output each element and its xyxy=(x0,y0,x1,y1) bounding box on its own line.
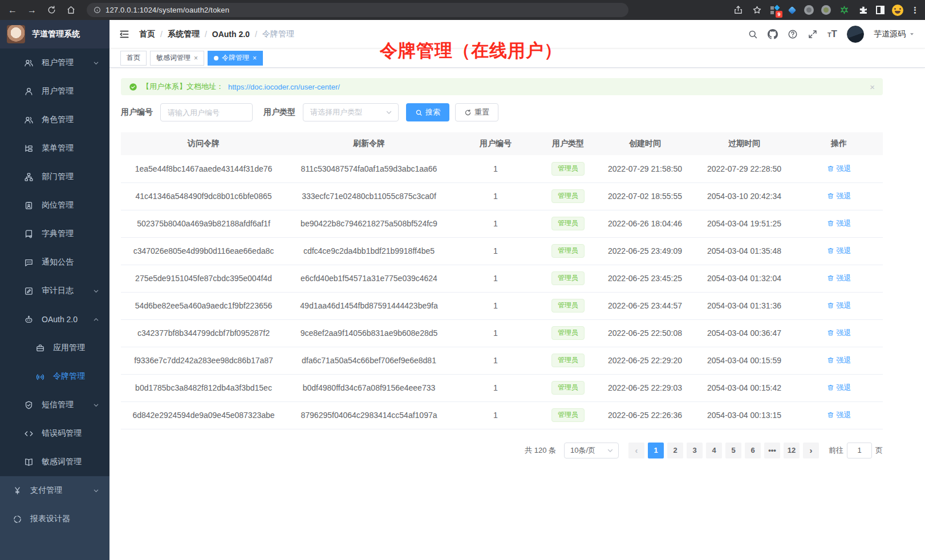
sidebar-item-5[interactable]: 岗位管理 xyxy=(0,191,109,220)
expire-time-cell: 2054-03-04 00:13:15 xyxy=(693,401,795,429)
page-number-button[interactable]: 5 xyxy=(725,443,741,458)
tag-active[interactable]: 令牌管理× xyxy=(208,51,263,66)
sidebar-item-label: 审计日志 xyxy=(42,286,74,296)
access-token-cell: 54d6be82ee5a460a9aedc1f9bf223656 xyxy=(121,292,286,319)
force-logout-button[interactable]: 强退 xyxy=(827,164,851,174)
access-token-cell: 1ea5e44f8bc1467aaede43144f31de76 xyxy=(121,155,286,182)
post-icon xyxy=(24,201,34,210)
sidebar-item-active-11[interactable]: 令牌管理 xyxy=(0,362,109,391)
round-extension-icon[interactable] xyxy=(804,5,814,15)
force-logout-button[interactable]: 强退 xyxy=(827,410,851,420)
sidebar-item-10[interactable]: 应用管理 xyxy=(0,334,109,362)
sidebar-item-4[interactable]: 部门管理 xyxy=(0,163,109,191)
user-avatar[interactable] xyxy=(847,26,864,43)
page-number-button[interactable]: 6 xyxy=(745,443,761,458)
app-logo-bar[interactable]: 芋道管理系统 xyxy=(0,20,109,48)
page-ellipsis-button[interactable]: ••• xyxy=(764,443,780,458)
table-row: 41c41346a548490f9dc8b01c6bfe0865333ecfc7… xyxy=(121,182,883,210)
browser-forward-icon[interactable]: → xyxy=(26,5,38,16)
tag-close-icon[interactable]: × xyxy=(194,55,198,62)
profile-avatar-icon[interactable] xyxy=(892,5,903,16)
force-logout-button[interactable]: 强退 xyxy=(827,273,851,283)
search-button[interactable]: 搜索 xyxy=(406,103,449,121)
sidebar-item-9[interactable]: OAuth 2.0 xyxy=(0,305,109,334)
goto-page-input[interactable] xyxy=(847,443,872,458)
page-number-button[interactable]: 12 xyxy=(784,443,800,458)
force-logout-button[interactable]: 强退 xyxy=(827,218,851,229)
browser-back-icon[interactable]: ← xyxy=(7,5,18,16)
create-time-cell: 2022-07-29 21:58:50 xyxy=(597,155,693,182)
sidebar-item-7[interactable]: 通知公告 xyxy=(0,248,109,277)
browser-home-icon[interactable] xyxy=(65,5,76,16)
access-token-cell: c342377bf8b344799dcbf7bf095287f2 xyxy=(121,319,286,347)
report-icon xyxy=(13,514,22,524)
bookmark-star-icon[interactable] xyxy=(751,5,762,16)
breadcrumb-item[interactable]: 系统管理 xyxy=(168,29,200,39)
round-green-extension-icon[interactable] xyxy=(821,5,831,15)
alert-doc-link[interactable]: https://doc.iocoder.cn/user-center/ xyxy=(228,83,340,91)
share-icon[interactable] xyxy=(732,5,744,16)
sidebar-item-label: 敏感词管理 xyxy=(42,457,82,467)
refresh-token-cell: 49d1aa46d1454fbd87591444423be9fa xyxy=(286,292,452,319)
sidebar-item-16[interactable]: 报表设计器 xyxy=(0,505,109,533)
user-id-cell: 1 xyxy=(452,155,539,182)
prev-page-button[interactable]: ‹ xyxy=(628,443,644,458)
next-page-button[interactable]: › xyxy=(803,443,819,458)
sidebar-toggle-icon[interactable] xyxy=(119,29,130,40)
breadcrumb-item[interactable]: 首页 xyxy=(139,29,155,39)
sidebar-item-14[interactable]: 敏感词管理 xyxy=(0,448,109,476)
green-star-extension-icon[interactable] xyxy=(838,5,850,16)
github-icon[interactable] xyxy=(768,29,778,39)
doc-alert: 【用户体系】文档地址： https://doc.iocoder.cn/user-… xyxy=(121,78,883,95)
sidebar-item-15[interactable]: 支付管理 xyxy=(0,476,109,505)
font-size-icon[interactable]: TT xyxy=(827,29,837,39)
browser-reload-icon[interactable] xyxy=(46,5,57,16)
user-icon xyxy=(24,87,34,96)
user-dropdown[interactable]: 芋道源码 xyxy=(874,29,915,39)
force-logout-button[interactable]: 强退 xyxy=(827,383,851,393)
force-logout-button[interactable]: 强退 xyxy=(827,246,851,256)
sidebar-item-13[interactable]: 错误码管理 xyxy=(0,419,109,448)
tag-item[interactable]: 敏感词管理× xyxy=(150,51,204,66)
sidebar-item-8[interactable]: 审计日志 xyxy=(0,277,109,305)
reset-button[interactable]: 重置 xyxy=(455,103,498,121)
fullscreen-icon[interactable] xyxy=(808,29,818,39)
tag-label: 首页 xyxy=(127,53,140,63)
role-icon xyxy=(24,115,34,125)
tag-close-icon[interactable]: × xyxy=(253,55,257,62)
sidebar-item-1[interactable]: 用户管理 xyxy=(0,77,109,105)
sidebar-item-2[interactable]: 角色管理 xyxy=(0,105,109,134)
search-icon[interactable] xyxy=(748,29,758,39)
sidebar-item-12[interactable]: 短信管理 xyxy=(0,391,109,419)
sidebar-item-label: 应用管理 xyxy=(53,343,85,353)
alert-close-icon[interactable]: × xyxy=(870,82,875,92)
square-extension-icon[interactable] xyxy=(876,6,885,14)
force-logout-button[interactable]: 强退 xyxy=(827,328,851,338)
page-number-button[interactable]: 4 xyxy=(706,443,722,458)
page-number-button[interactable]: 1 xyxy=(648,443,664,458)
force-logout-button[interactable]: 强退 xyxy=(827,355,851,366)
puzzle-extension-icon[interactable] xyxy=(857,5,869,16)
force-logout-button[interactable]: 强退 xyxy=(827,301,851,311)
page-number-button[interactable]: 3 xyxy=(687,443,703,458)
breadcrumb-item[interactable]: OAuth 2.0 xyxy=(212,30,250,39)
page-number-button[interactable]: 2 xyxy=(667,443,683,458)
help-icon[interactable] xyxy=(788,29,798,39)
user-id-input[interactable] xyxy=(160,103,253,121)
refresh-token-cell: 811c530487574fa0af1a59d3abc1aa66 xyxy=(286,155,452,182)
user-type-select[interactable]: 请选择用户类型 xyxy=(303,103,399,121)
active-dot xyxy=(214,56,218,60)
user-id-label: 用户编号 xyxy=(121,107,153,117)
browser-menu-icon[interactable]: ⋮ xyxy=(911,5,919,15)
tag-item[interactable]: 首页 xyxy=(120,51,147,66)
sidebar-item-6[interactable]: 字典管理 xyxy=(0,220,109,248)
force-logout-button[interactable]: 强退 xyxy=(827,191,851,201)
access-token-cell: 41c41346a548490f9dc8b01c6bfe0865 xyxy=(121,182,286,210)
extension-grid-icon[interactable]: 9 xyxy=(770,5,780,15)
address-bar[interactable]: 127.0.0.1:1024/system/oauth2/token xyxy=(87,3,628,17)
sidebar-item-0[interactable]: 租户管理 xyxy=(0,48,109,77)
site-info-icon[interactable] xyxy=(94,6,101,14)
sidebar-item-3[interactable]: 菜单管理 xyxy=(0,134,109,163)
gem-extension-icon[interactable] xyxy=(788,6,797,15)
page-size-select[interactable]: 10条/页 xyxy=(564,443,619,458)
